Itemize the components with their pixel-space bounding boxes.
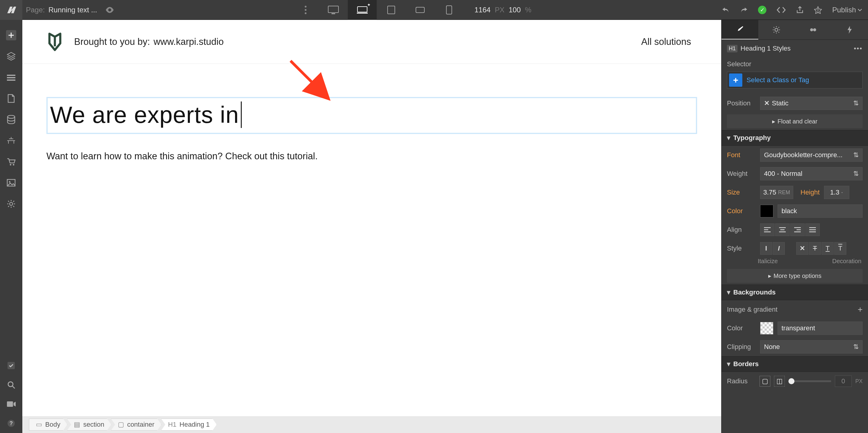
ecommerce-icon[interactable] bbox=[5, 130, 18, 151]
add-class-icon[interactable]: + bbox=[729, 73, 742, 87]
tab-effects-icon[interactable] bbox=[832, 20, 868, 39]
device-mobile-portrait-icon[interactable] bbox=[435, 0, 464, 20]
publish-button[interactable]: Publish bbox=[832, 6, 862, 14]
bg-color-value: transparent bbox=[781, 324, 815, 332]
help-icon[interactable]: ? bbox=[5, 414, 18, 433]
svg-rect-23 bbox=[7, 401, 13, 407]
device-desktop-large-icon[interactable] bbox=[319, 0, 348, 20]
position-label: Position bbox=[727, 99, 756, 107]
add-element-icon[interactable] bbox=[5, 25, 18, 46]
position-reset-icon[interactable]: ✕ bbox=[764, 99, 770, 107]
top-toolbar: Page: Running text ... ✦ 1164 PX 100 % bbox=[0, 0, 868, 20]
slider-knob-icon[interactable] bbox=[788, 378, 795, 384]
redo-icon[interactable] bbox=[740, 6, 748, 13]
page-switcher[interactable]: Page: Running text ... bbox=[26, 6, 97, 14]
page-label: Page: bbox=[26, 6, 45, 14]
more-dots-icon[interactable] bbox=[304, 5, 307, 14]
crumb-container[interactable]: ▢container bbox=[111, 419, 161, 431]
bg-color-input[interactable]: transparent bbox=[778, 322, 863, 335]
svg-rect-11 bbox=[7, 75, 16, 76]
radius-all-icon[interactable]: ▢ bbox=[760, 376, 770, 387]
chevron-updown-icon: ⇅ bbox=[853, 99, 859, 107]
search-icon[interactable] bbox=[5, 375, 18, 395]
radius-individual-icon[interactable]: ◫ bbox=[774, 376, 785, 387]
assets-icon[interactable] bbox=[5, 172, 18, 193]
svg-text:?: ? bbox=[9, 420, 13, 426]
align-left-icon[interactable] bbox=[760, 224, 775, 236]
align-center-icon[interactable] bbox=[775, 224, 789, 236]
decoration-none-icon[interactable]: ✕ bbox=[796, 242, 808, 255]
tab-settings-icon[interactable] bbox=[758, 20, 795, 39]
svg-point-19 bbox=[10, 202, 13, 205]
heading-selection-box[interactable]: We are experts in bbox=[46, 97, 697, 134]
bg-color-swatch[interactable] bbox=[760, 322, 773, 335]
status-ok-icon[interactable]: ✓ bbox=[758, 6, 767, 14]
crumb-heading[interactable]: H1Heading 1 bbox=[161, 419, 216, 431]
tab-style-icon[interactable] bbox=[721, 20, 758, 39]
svg-line-26 bbox=[290, 61, 327, 97]
device-mobile-landscape-icon[interactable] bbox=[406, 0, 435, 20]
position-row: Position ✕ Static ⇅ bbox=[721, 94, 868, 112]
tutorial-paragraph[interactable]: Want to learn how to make this animation… bbox=[46, 151, 697, 162]
more-type-expand[interactable]: ▸More type options bbox=[727, 269, 863, 283]
style-regular-icon[interactable]: I bbox=[760, 242, 772, 255]
page-icon[interactable] bbox=[5, 88, 18, 109]
export-icon[interactable] bbox=[796, 6, 804, 14]
float-clear-expand[interactable]: ▸Float and clear bbox=[727, 114, 863, 128]
font-select[interactable]: Goudybookletter-compre...⇅ bbox=[760, 148, 863, 162]
undo-icon[interactable] bbox=[722, 6, 730, 13]
typography-section-head[interactable]: ▾Typography bbox=[721, 130, 868, 146]
svg-point-15 bbox=[10, 164, 11, 166]
navigator-icon[interactable] bbox=[5, 46, 18, 67]
crumb-section[interactable]: ▤section bbox=[67, 419, 111, 431]
clipping-select[interactable]: None⇅ bbox=[760, 340, 863, 354]
text-color-swatch[interactable] bbox=[760, 205, 773, 218]
height-input[interactable]: 1.3- bbox=[824, 186, 849, 199]
crumb-body[interactable]: ▭Body bbox=[29, 419, 67, 431]
weight-select[interactable]: 400 - Normal⇅ bbox=[760, 167, 863, 180]
style-italic-icon[interactable]: I bbox=[773, 242, 785, 255]
settings-icon[interactable] bbox=[5, 193, 18, 214]
text-color-input[interactable]: black bbox=[778, 204, 863, 218]
element-more-icon[interactable]: ••• bbox=[854, 44, 863, 53]
radius-input[interactable]: 0 bbox=[835, 375, 852, 387]
tab-interactions-icon[interactable] bbox=[795, 20, 832, 39]
nav-all-solutions[interactable]: All solutions bbox=[641, 36, 691, 47]
design-canvas[interactable]: Brought to you by: www.karpi.studio All … bbox=[22, 20, 721, 416]
svg-point-28 bbox=[810, 28, 813, 31]
align-justify-icon[interactable] bbox=[805, 224, 820, 236]
position-select[interactable]: ✕ Static ⇅ bbox=[760, 97, 863, 110]
add-image-gradient-icon[interactable]: + bbox=[858, 305, 863, 314]
decoration-strike-icon[interactable]: T bbox=[809, 242, 821, 255]
canvas-size-display[interactable]: 1164 PX 100 % bbox=[474, 6, 531, 14]
size-input[interactable]: 3.75REM bbox=[760, 186, 793, 199]
video-icon[interactable] bbox=[5, 395, 18, 414]
element-title: Heading 1 Styles bbox=[741, 44, 790, 53]
cms-icon[interactable] bbox=[5, 109, 18, 130]
brought-url[interactable]: www.karpi.studio bbox=[154, 36, 224, 47]
borders-section-head[interactable]: ▾Borders bbox=[721, 356, 868, 372]
decoration-overline-icon[interactable]: T bbox=[834, 242, 846, 255]
radius-value: 0 bbox=[841, 377, 845, 385]
heading-1-editing[interactable]: We are experts in bbox=[50, 102, 242, 128]
code-icon[interactable] bbox=[777, 7, 786, 13]
zoom-value: 100 bbox=[509, 6, 521, 14]
webflow-logo-icon[interactable] bbox=[0, 0, 22, 20]
align-right-icon[interactable] bbox=[790, 224, 805, 236]
annotation-arrow-icon bbox=[284, 55, 336, 106]
device-tablet-icon[interactable] bbox=[377, 0, 406, 20]
device-desktop-icon[interactable]: ✦ bbox=[348, 0, 377, 20]
position-value: Static bbox=[772, 99, 788, 107]
backgrounds-section-head[interactable]: ▾Backgrounds bbox=[721, 285, 868, 300]
pages-icon[interactable] bbox=[5, 67, 18, 88]
site-logo-icon[interactable] bbox=[46, 31, 63, 53]
class-selector-input[interactable]: + Select a Class or Tag bbox=[727, 72, 863, 89]
radius-slider[interactable] bbox=[788, 380, 831, 382]
cart-icon[interactable] bbox=[5, 151, 18, 172]
preview-eye-icon[interactable] bbox=[105, 7, 114, 13]
audit-icon[interactable] bbox=[814, 6, 822, 14]
backgrounds-title: Backgrounds bbox=[733, 289, 776, 296]
caret-right-icon: ▸ bbox=[768, 272, 771, 279]
audit-check-icon[interactable] bbox=[5, 356, 18, 375]
decoration-underline-icon[interactable]: T bbox=[822, 242, 834, 255]
